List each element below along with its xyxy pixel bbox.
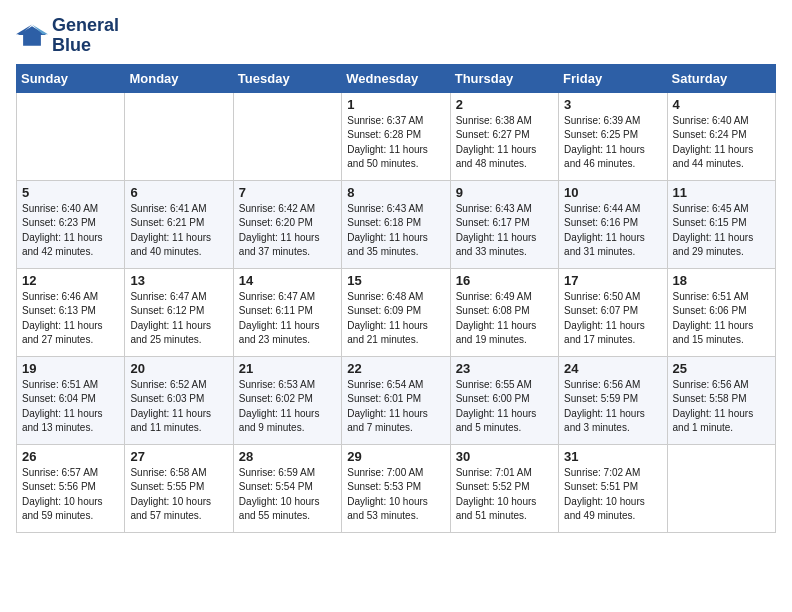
calendar-cell: 19Sunrise: 6:51 AM Sunset: 6:04 PM Dayli… [17,356,125,444]
svg-marker-0 [18,26,46,46]
day-number: 26 [22,449,119,464]
day-info: Sunrise: 6:59 AM Sunset: 5:54 PM Dayligh… [239,466,336,524]
day-number: 31 [564,449,661,464]
day-info: Sunrise: 6:40 AM Sunset: 6:23 PM Dayligh… [22,202,119,260]
day-info: Sunrise: 6:57 AM Sunset: 5:56 PM Dayligh… [22,466,119,524]
page-header: General Blue [16,16,776,56]
day-number: 2 [456,97,553,112]
calendar-cell: 3Sunrise: 6:39 AM Sunset: 6:25 PM Daylig… [559,92,667,180]
day-number: 28 [239,449,336,464]
day-number: 18 [673,273,770,288]
day-number: 6 [130,185,227,200]
day-info: Sunrise: 6:50 AM Sunset: 6:07 PM Dayligh… [564,290,661,348]
day-info: Sunrise: 6:38 AM Sunset: 6:27 PM Dayligh… [456,114,553,172]
weekday-header: Friday [559,64,667,92]
day-number: 25 [673,361,770,376]
day-info: Sunrise: 6:48 AM Sunset: 6:09 PM Dayligh… [347,290,444,348]
calendar-cell: 15Sunrise: 6:48 AM Sunset: 6:09 PM Dayli… [342,268,450,356]
calendar-cell: 17Sunrise: 6:50 AM Sunset: 6:07 PM Dayli… [559,268,667,356]
day-info: Sunrise: 6:53 AM Sunset: 6:02 PM Dayligh… [239,378,336,436]
day-number: 29 [347,449,444,464]
day-number: 5 [22,185,119,200]
calendar-cell: 12Sunrise: 6:46 AM Sunset: 6:13 PM Dayli… [17,268,125,356]
calendar-cell: 22Sunrise: 6:54 AM Sunset: 6:01 PM Dayli… [342,356,450,444]
day-number: 8 [347,185,444,200]
day-number: 30 [456,449,553,464]
day-info: Sunrise: 6:54 AM Sunset: 6:01 PM Dayligh… [347,378,444,436]
day-number: 4 [673,97,770,112]
day-number: 23 [456,361,553,376]
calendar-cell: 11Sunrise: 6:45 AM Sunset: 6:15 PM Dayli… [667,180,775,268]
day-info: Sunrise: 6:56 AM Sunset: 5:58 PM Dayligh… [673,378,770,436]
day-info: Sunrise: 6:51 AM Sunset: 6:04 PM Dayligh… [22,378,119,436]
day-info: Sunrise: 7:01 AM Sunset: 5:52 PM Dayligh… [456,466,553,524]
day-info: Sunrise: 6:41 AM Sunset: 6:21 PM Dayligh… [130,202,227,260]
calendar-week-row: 19Sunrise: 6:51 AM Sunset: 6:04 PM Dayli… [17,356,776,444]
day-number: 3 [564,97,661,112]
day-info: Sunrise: 6:43 AM Sunset: 6:18 PM Dayligh… [347,202,444,260]
calendar-cell: 25Sunrise: 6:56 AM Sunset: 5:58 PM Dayli… [667,356,775,444]
calendar-cell: 8Sunrise: 6:43 AM Sunset: 6:18 PM Daylig… [342,180,450,268]
day-number: 14 [239,273,336,288]
calendar-cell: 23Sunrise: 6:55 AM Sunset: 6:00 PM Dayli… [450,356,558,444]
day-number: 15 [347,273,444,288]
day-number: 12 [22,273,119,288]
calendar-cell: 20Sunrise: 6:52 AM Sunset: 6:03 PM Dayli… [125,356,233,444]
day-number: 13 [130,273,227,288]
logo-text: General Blue [52,16,119,56]
day-info: Sunrise: 6:47 AM Sunset: 6:11 PM Dayligh… [239,290,336,348]
logo: General Blue [16,16,119,56]
calendar-cell: 5Sunrise: 6:40 AM Sunset: 6:23 PM Daylig… [17,180,125,268]
day-number: 21 [239,361,336,376]
weekday-header: Thursday [450,64,558,92]
logo-icon [16,22,48,50]
calendar-cell [125,92,233,180]
calendar-cell [233,92,341,180]
day-info: Sunrise: 6:51 AM Sunset: 6:06 PM Dayligh… [673,290,770,348]
day-info: Sunrise: 6:45 AM Sunset: 6:15 PM Dayligh… [673,202,770,260]
day-info: Sunrise: 7:02 AM Sunset: 5:51 PM Dayligh… [564,466,661,524]
calendar-table: SundayMondayTuesdayWednesdayThursdayFrid… [16,64,776,533]
day-number: 22 [347,361,444,376]
weekday-header: Monday [125,64,233,92]
calendar-cell: 18Sunrise: 6:51 AM Sunset: 6:06 PM Dayli… [667,268,775,356]
calendar-cell: 9Sunrise: 6:43 AM Sunset: 6:17 PM Daylig… [450,180,558,268]
day-info: Sunrise: 6:39 AM Sunset: 6:25 PM Dayligh… [564,114,661,172]
day-number: 20 [130,361,227,376]
weekday-header: Saturday [667,64,775,92]
day-number: 11 [673,185,770,200]
day-number: 1 [347,97,444,112]
calendar-cell: 16Sunrise: 6:49 AM Sunset: 6:08 PM Dayli… [450,268,558,356]
weekday-header: Tuesday [233,64,341,92]
day-number: 9 [456,185,553,200]
day-number: 16 [456,273,553,288]
day-info: Sunrise: 6:40 AM Sunset: 6:24 PM Dayligh… [673,114,770,172]
day-number: 17 [564,273,661,288]
calendar-cell [667,444,775,532]
day-info: Sunrise: 6:47 AM Sunset: 6:12 PM Dayligh… [130,290,227,348]
calendar-week-row: 26Sunrise: 6:57 AM Sunset: 5:56 PM Dayli… [17,444,776,532]
day-number: 27 [130,449,227,464]
calendar-cell: 10Sunrise: 6:44 AM Sunset: 6:16 PM Dayli… [559,180,667,268]
calendar-cell: 29Sunrise: 7:00 AM Sunset: 5:53 PM Dayli… [342,444,450,532]
calendar-cell: 21Sunrise: 6:53 AM Sunset: 6:02 PM Dayli… [233,356,341,444]
calendar-cell: 13Sunrise: 6:47 AM Sunset: 6:12 PM Dayli… [125,268,233,356]
calendar-cell: 28Sunrise: 6:59 AM Sunset: 5:54 PM Dayli… [233,444,341,532]
day-info: Sunrise: 6:44 AM Sunset: 6:16 PM Dayligh… [564,202,661,260]
day-info: Sunrise: 6:55 AM Sunset: 6:00 PM Dayligh… [456,378,553,436]
day-info: Sunrise: 6:42 AM Sunset: 6:20 PM Dayligh… [239,202,336,260]
calendar-cell [17,92,125,180]
day-info: Sunrise: 6:49 AM Sunset: 6:08 PM Dayligh… [456,290,553,348]
calendar-cell: 24Sunrise: 6:56 AM Sunset: 5:59 PM Dayli… [559,356,667,444]
day-info: Sunrise: 6:56 AM Sunset: 5:59 PM Dayligh… [564,378,661,436]
day-info: Sunrise: 6:58 AM Sunset: 5:55 PM Dayligh… [130,466,227,524]
day-info: Sunrise: 6:43 AM Sunset: 6:17 PM Dayligh… [456,202,553,260]
calendar-header-row: SundayMondayTuesdayWednesdayThursdayFrid… [17,64,776,92]
day-number: 19 [22,361,119,376]
day-number: 10 [564,185,661,200]
weekday-header: Wednesday [342,64,450,92]
day-number: 24 [564,361,661,376]
calendar-week-row: 5Sunrise: 6:40 AM Sunset: 6:23 PM Daylig… [17,180,776,268]
calendar-cell: 2Sunrise: 6:38 AM Sunset: 6:27 PM Daylig… [450,92,558,180]
calendar-week-row: 12Sunrise: 6:46 AM Sunset: 6:13 PM Dayli… [17,268,776,356]
